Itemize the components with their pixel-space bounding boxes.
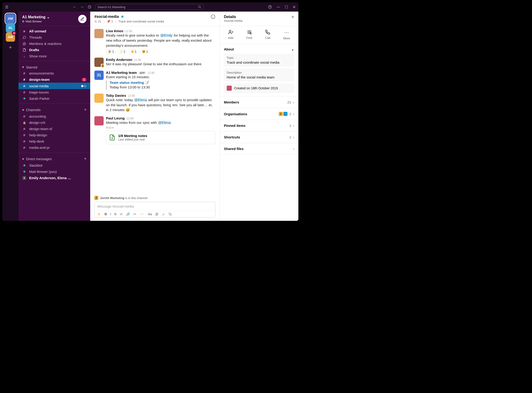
maximize-icon[interactable]: ☐ [285, 5, 288, 9]
sidebar-item-channel[interactable]: 🔒design-crit [19, 119, 90, 126]
details-more-button[interactable]: ⋯ More [283, 30, 290, 40]
member-count[interactable]: 21 [94, 20, 101, 23]
bold-icon[interactable]: B [105, 212, 107, 216]
info-icon[interactable] [211, 14, 215, 19]
sidebar-item-starred[interactable]: Sarah Parker [19, 95, 90, 102]
message-composer[interactable]: Message #social-media ⚡ B I S ‹/› 🔗 ≔ ⋯ … [94, 202, 215, 218]
sidebar-item-starred[interactable]: #triage-issues [19, 89, 90, 95]
close-details-icon[interactable]: ✕ [291, 15, 294, 22]
event-attachment[interactable]: Team status meeting 📝Today from 13:00 to… [106, 81, 215, 90]
message-time[interactable]: 12:45 [148, 71, 155, 74]
italic-icon[interactable]: I [110, 212, 111, 216]
menu-icon[interactable]: ☰ [5, 5, 8, 9]
sidebar-item-starred[interactable]: #announcements [19, 70, 90, 76]
sidebar-item-starred[interactable]: #social-media◆◇ [19, 83, 90, 89]
sidebar-item-dm[interactable]: 2Emily Anderson, Elena … [19, 175, 90, 181]
sidebar-item-dm[interactable]: Matt Brewer (you) [19, 168, 90, 175]
sidebar-item-channel[interactable]: #help-design [19, 132, 90, 138]
add-dm-button[interactable]: + [84, 157, 87, 161]
history-icon[interactable] [88, 5, 91, 9]
star-icon[interactable]: ★ [121, 14, 124, 19]
chevron-right-icon: › [293, 135, 294, 139]
nav-drafts[interactable]: Drafts [19, 47, 90, 53]
reaction[interactable]: 🎉 1 [106, 49, 116, 54]
back-icon[interactable]: ← [73, 5, 77, 9]
help-icon[interactable] [268, 5, 272, 9]
message-author[interactable]: Lisa Amos [106, 29, 123, 33]
workspace-switcher[interactable]: A1 Marketing ⌄ [22, 15, 50, 19]
lightning-icon[interactable]: ⚡ [97, 212, 101, 216]
details-add-button[interactable]: Add [228, 30, 233, 40]
add-workspace-button[interactable]: + [9, 44, 12, 50]
mention[interactable]: @Elena [158, 121, 171, 124]
attach-icon[interactable]: 📎 [168, 212, 172, 216]
code-icon[interactable]: ‹/› [120, 212, 123, 216]
sidebar-item-channel[interactable]: #media-and-pr [19, 144, 90, 151]
mention[interactable]: @Elena [134, 98, 147, 102]
post-type-label[interactable]: Post ▾ [106, 126, 215, 129]
svg-point-3 [270, 8, 270, 8]
pinned-row[interactable]: Pinned items 1› [220, 120, 298, 132]
avatar[interactable]: Z [94, 58, 104, 67]
sidebar-item-dm[interactable]: Slackbot [19, 162, 90, 168]
members-row[interactable]: Members 21› [220, 97, 298, 108]
message-author[interactable]: Paul Leung [106, 116, 125, 120]
message-time[interactable]: 11:55 [125, 30, 132, 33]
minimize-icon[interactable]: — [276, 5, 280, 9]
details-find-button[interactable]: Find [246, 30, 252, 40]
composer-input[interactable]: Message #social-media [95, 202, 215, 211]
mention[interactable]: @Emily [160, 33, 173, 37]
compose-button[interactable] [78, 15, 87, 23]
list-icon[interactable]: ≔ [133, 212, 136, 216]
message-author[interactable]: A1 Marketing team [106, 71, 137, 74]
files-row[interactable]: Shared files › [220, 143, 298, 155]
link-icon[interactable]: 🔗 [126, 212, 130, 216]
channel-name[interactable]: #social-media [94, 15, 119, 19]
sidebar-item-channel[interactable]: #accounting [19, 113, 90, 119]
add-channel-button[interactable]: + [84, 107, 87, 112]
starred-heading[interactable]: ▾Starred [19, 63, 90, 70]
message-author[interactable]: Toby Davies [106, 93, 126, 98]
forward-icon[interactable]: → [80, 5, 84, 9]
organisations-row[interactable]: Organisations Z 2› [220, 108, 298, 120]
reaction[interactable]: 😍 1 [140, 49, 150, 54]
mention-icon[interactable]: @ [155, 212, 159, 216]
reaction[interactable]: 👏 1 [129, 49, 139, 54]
message-author[interactable]: Emily Anderson [106, 58, 132, 62]
current-user[interactable]: Matt Brewer [22, 20, 50, 23]
nav-all-unread[interactable]: ≡All unread [19, 28, 90, 34]
avatar[interactable] [94, 93, 104, 103]
channel-topic[interactable]: Track and coordinate social media [118, 20, 164, 23]
topic-box[interactable]: Topic Track and coordinate social media [224, 54, 294, 67]
close-icon[interactable]: ✕ [293, 5, 296, 9]
description-box[interactable]: Description Home of the social media tea… [224, 69, 294, 81]
nav-threads[interactable]: Threads [19, 34, 90, 40]
avatar[interactable]: 31 [94, 71, 104, 80]
about-heading[interactable]: About ⌄ [224, 47, 294, 51]
workspace-tile[interactable]: AM1 [6, 32, 15, 42]
post-card[interactable]: 1/9 Meeting notesLast edited just now [106, 131, 215, 144]
nav-mentions[interactable]: @Mentions & reactions [19, 40, 90, 47]
shortcuts-row[interactable]: Shortcuts 1› [220, 132, 298, 143]
dms-heading[interactable]: ▾Direct messages+ [19, 155, 90, 162]
message-time[interactable]: 11:56 [134, 58, 141, 62]
sidebar-item-starred[interactable]: #design-team1 [19, 76, 90, 83]
chevron-right-icon: › [293, 100, 294, 104]
avatar[interactable] [94, 116, 104, 125]
details-call-button[interactable]: Call [265, 30, 270, 40]
pinned-count[interactable]: 📌 1 [107, 20, 113, 23]
search-input[interactable]: Search A1 Marketing [95, 4, 204, 10]
sidebar-item-channel[interactable]: #help-desk [19, 138, 90, 144]
emoji-icon[interactable]: ☺ [162, 212, 165, 216]
strike-icon[interactable]: S [114, 212, 116, 216]
avatar[interactable] [94, 29, 104, 38]
nav-show-more[interactable]: ↓Show more [19, 53, 90, 59]
aa-icon[interactable]: Aa [148, 212, 152, 216]
message-time[interactable]: 12:58 [126, 117, 133, 120]
sidebar-item-channel[interactable]: #design-team-sf [19, 126, 90, 132]
more-formatting-icon[interactable]: ⋯ [140, 212, 143, 216]
reaction[interactable]: ✨ 1 [117, 49, 127, 54]
channels-heading[interactable]: ▾Channels+ [19, 106, 90, 113]
message-time[interactable]: 12:58 [128, 94, 135, 98]
workspace-tile[interactable]: AM [6, 14, 15, 23]
